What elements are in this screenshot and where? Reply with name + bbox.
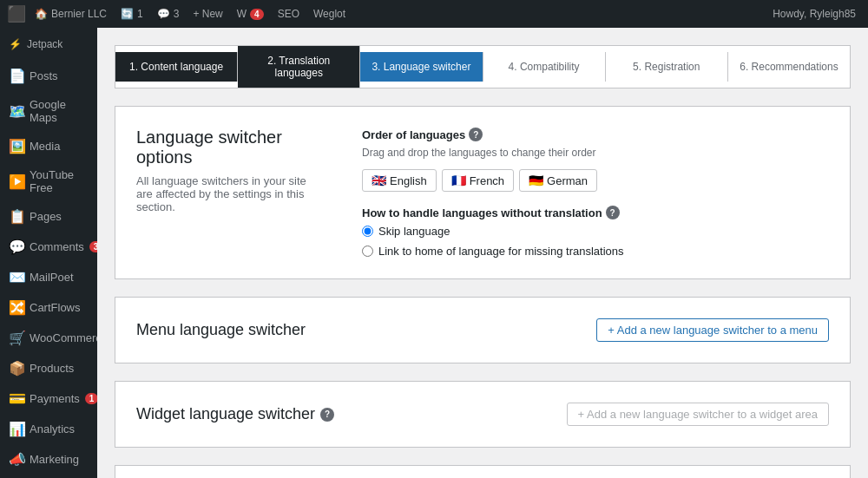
english-name: English [390, 174, 427, 187]
sidebar-item-analytics[interactable]: 📊 Analytics [0, 414, 97, 444]
handle-help-icon[interactable]: ? [606, 206, 620, 219]
pages-icon: 📋 [9, 208, 24, 225]
jetpack-icon: ⚡ [9, 38, 22, 50]
radio-input-skip[interactable] [362, 226, 373, 237]
sidebar-label-mailpoet: MailPoet [30, 271, 74, 284]
new-item[interactable]: + New [187, 0, 227, 28]
sidebar-label-payments: Payments [30, 392, 80, 405]
radio-group: Skip languageLink to home of language fo… [362, 225, 829, 258]
wizard-step-language-switcher[interactable]: 3. Language switcher [360, 52, 483, 82]
radio-skip[interactable]: Skip language [362, 225, 829, 238]
radio-label-skip: Skip language [378, 225, 450, 238]
sidebar-label-pages: Pages [30, 210, 62, 223]
sidebar-label-posts: Posts [30, 69, 58, 82]
sidebar-item-comments[interactable]: 💬 Comments 3 [0, 232, 97, 262]
sidebar-item-products[interactable]: 📦 Products [0, 353, 97, 383]
wizard-steps: 1. Content language2. Translation langua… [115, 45, 851, 88]
radio-label-link-home: Link to home of language for missing tra… [378, 245, 624, 258]
menu-switcher-title: Menu language switcher [136, 321, 306, 339]
sidebar-item-pages[interactable]: 📋 Pages [0, 201, 97, 232]
sidebar-item-elementor[interactable]: ⚡ Elementor [0, 475, 97, 478]
order-hint: Drag and drop the languages to change th… [362, 147, 829, 159]
weglot-item[interactable]: Weglot [308, 0, 351, 28]
sidebar-label-cartflows: CartFlows [30, 301, 81, 314]
media-icon: 🖼️ [9, 138, 24, 154]
wizard-step-recommendations[interactable]: 6. Recommendations [728, 52, 850, 82]
sidebar: ⚡ Jetpack 📄 Posts 🗺️ Google Maps 🖼️ Medi… [0, 28, 97, 478]
lang-pill-german[interactable]: 🇩🇪German [519, 169, 597, 192]
sidebar-label-comments: Comments [30, 240, 84, 253]
sidebar-item-posts[interactable]: 📄 Posts [0, 61, 97, 91]
w4-item[interactable]: W 4 [232, 0, 269, 28]
posts-icon: 📄 [9, 68, 24, 84]
sidebar-item-media[interactable]: 🖼️ Media [0, 131, 97, 161]
radio-link-home[interactable]: Link to home of language for missing tra… [362, 245, 829, 258]
analytics-icon: 📊 [9, 421, 24, 437]
lang-pill-french[interactable]: 🇫🇷French [442, 169, 514, 192]
seo-item[interactable]: SEO [273, 0, 305, 28]
order-help-icon[interactable]: ? [469, 128, 483, 141]
footer-switcher-section: Footer language switcher ? Show language… [115, 465, 851, 478]
wizard-step-registration[interactable]: 5. Registration [606, 52, 728, 82]
marketing-icon: 📣 [9, 451, 24, 468]
sidebar-label-products: Products [30, 362, 74, 375]
comments-item[interactable]: 💬 3 [152, 0, 185, 28]
english-flag: 🇬🇧 [372, 174, 386, 187]
sidebar-item-payments[interactable]: 💳 Payments 1 [0, 383, 97, 414]
german-name: German [547, 174, 588, 187]
products-icon: 📦 [9, 360, 24, 377]
sidebar-label-analytics: Analytics [30, 422, 75, 435]
widget-switcher-section: Widget language switcher ? + Add a new l… [115, 381, 851, 448]
widget-help-icon[interactable]: ? [320, 408, 334, 422]
widget-switcher-title: Widget language switcher [136, 405, 315, 423]
woocommerce-icon: 🛒 [9, 330, 24, 346]
sidebar-label-youtube-free: YouTube Free [30, 168, 89, 194]
language-options-desc: All language switchers in your site are … [136, 174, 310, 213]
updates-item[interactable]: 🔄 1 [115, 0, 148, 28]
sidebar-item-mailpoet[interactable]: ✉️ MailPoet [0, 262, 97, 292]
handle-label: How to handle languages without translat… [362, 206, 829, 219]
site-name[interactable]: 🏠 Bernier LLC [30, 0, 112, 28]
menu-switcher-section: Menu language switcher + Add a new langu… [115, 297, 851, 363]
main-content: 1. Content language2. Translation langua… [97, 28, 868, 478]
cartflows-icon: 🔀 [9, 299, 24, 316]
language-options-title: Language switcher options [136, 128, 327, 167]
mailpoet-icon: ✉️ [9, 269, 24, 285]
german-flag: 🇩🇪 [529, 174, 543, 187]
comments-icon: 💬 [9, 239, 24, 255]
sidebar-item-youtube-free[interactable]: ▶️ YouTube Free [0, 161, 97, 201]
order-label: Order of languages ? [362, 128, 829, 141]
sidebar-item-marketing[interactable]: 📣 Marketing [0, 444, 97, 475]
sidebar-label-woocommerce: WooCommerce [30, 331, 97, 344]
language-pills: 🇬🇧English🇫🇷French🇩🇪German [362, 169, 829, 192]
wizard-step-content-language[interactable]: 1. Content language [115, 52, 238, 82]
badge-comments: 3 [89, 241, 97, 252]
french-name: French [470, 174, 504, 187]
google-maps-icon: 🗺️ [9, 103, 24, 120]
sidebar-label-media: Media [30, 140, 60, 153]
admin-bar: ⬛ 🏠 Bernier LLC 🔄 1 💬 3 + New W 4 SEO We… [0, 0, 868, 28]
add-widget-switcher-button: + Add a new language switcher to a widge… [567, 403, 829, 426]
payments-icon: 💳 [9, 390, 24, 407]
wizard-step-compatibility[interactable]: 4. Compatibility [483, 52, 606, 82]
language-options-section: Language switcher options All language s… [115, 106, 851, 279]
sidebar-item-google-maps[interactable]: 🗺️ Google Maps [0, 91, 97, 131]
site-icon: 🏠 [35, 8, 48, 20]
french-flag: 🇫🇷 [451, 174, 466, 187]
sidebar-item-cartflows[interactable]: 🔀 CartFlows [0, 292, 97, 323]
lang-pill-english[interactable]: 🇬🇧English [362, 169, 437, 192]
wizard-step-translation-languages[interactable]: 2. Translation languages [238, 46, 360, 88]
howdy-item[interactable]: Howdy, Ryleigh85 [767, 0, 861, 28]
badge-payments: 1 [85, 393, 97, 404]
radio-input-link-home[interactable] [362, 246, 373, 257]
add-menu-switcher-button[interactable]: + Add a new language switcher to a menu [596, 318, 829, 342]
youtube-free-icon: ▶️ [9, 174, 24, 190]
wp-logo[interactable]: ⬛ [7, 4, 26, 23]
sidebar-label-google-maps: Google Maps [30, 98, 89, 124]
sidebar-item-woocommerce[interactable]: 🛒 WooCommerce [0, 323, 97, 353]
sidebar-label-marketing: Marketing [30, 453, 79, 466]
sidebar-logo[interactable]: ⚡ Jetpack [0, 28, 97, 61]
